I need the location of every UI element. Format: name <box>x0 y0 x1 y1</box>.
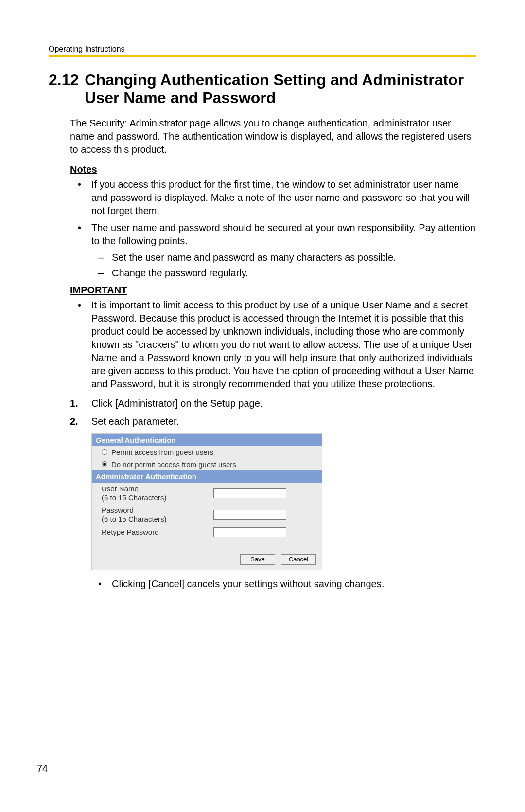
notes-subitem: Set the user name and password as many c… <box>112 251 476 264</box>
notes-item: If you access this product for the first… <box>91 178 476 217</box>
step-text: Set each parameter. <box>91 416 179 427</box>
intro-paragraph: The Security: Administrator page allows … <box>70 117 476 156</box>
step-item: 1. Click [Administrator] on the Setup pa… <box>70 397 476 411</box>
retype-label: Retype Password <box>102 528 213 537</box>
notes-sublist: Set the user name and password as many c… <box>112 251 476 280</box>
section-title: 2.12 Changing Authentication Setting and… <box>49 71 476 107</box>
retype-row: Retype Password <box>92 525 322 539</box>
username-label: User Name (6 to 15 Characters) <box>102 485 213 502</box>
step-number: 2. <box>70 415 78 429</box>
important-heading: IMPORTANT <box>70 285 476 296</box>
page-number: 74 <box>37 763 48 774</box>
notes-item-text: The user name and password should be sec… <box>91 222 475 246</box>
password-label: Password (6 to 15 Characters) <box>102 506 213 523</box>
radio-label: Do not permit access from guest users <box>111 460 236 469</box>
cancel-note-item: Clicking [Cancel] cancels your settings … <box>112 577 476 591</box>
radio-icon[interactable] <box>102 461 107 467</box>
cancel-note-list: Clicking [Cancel] cancels your settings … <box>112 577 476 591</box>
important-list: It is important to limit access to this … <box>91 299 476 391</box>
step-text: Click [Administrator] on the Setup page. <box>91 398 262 409</box>
notes-heading: Notes <box>70 164 476 175</box>
running-header: Operating Instructions <box>49 45 476 54</box>
section-heading: Changing Authentication Setting and Admi… <box>85 71 476 107</box>
step-item: 2. Set each parameter. <box>70 415 476 429</box>
username-row: User Name (6 to 15 Characters) <box>92 483 322 504</box>
radio-permit-row[interactable]: Permit access from guest users <box>92 446 322 458</box>
notes-subitem: Change the password regularly. <box>112 266 476 280</box>
admin-auth-header: Administrator Authentication <box>92 470 322 483</box>
radio-icon[interactable] <box>102 449 107 455</box>
step-number: 1. <box>70 397 78 411</box>
save-button[interactable]: Save <box>240 554 275 565</box>
important-item: It is important to limit access to this … <box>91 299 476 391</box>
settings-panel: General Authentication Permit access fro… <box>91 433 322 570</box>
steps-list: 1. Click [Administrator] on the Setup pa… <box>70 397 476 429</box>
notes-item: The user name and password should be sec… <box>91 221 476 280</box>
radio-notpermit-row[interactable]: Do not permit access from guest users <box>92 458 322 470</box>
retype-input[interactable] <box>213 527 286 537</box>
password-row: Password (6 to 15 Characters) <box>92 504 322 525</box>
header-rule <box>49 55 476 57</box>
cancel-button[interactable]: Cancel <box>281 554 316 565</box>
section-number: 2.12 <box>49 71 79 89</box>
notes-list: If you access this product for the first… <box>91 178 476 280</box>
username-input[interactable] <box>213 488 286 498</box>
button-bar: Save Cancel <box>92 549 322 570</box>
general-auth-header: General Authentication <box>92 434 322 446</box>
password-input[interactable] <box>213 510 286 520</box>
radio-label: Permit access from guest users <box>111 448 213 456</box>
